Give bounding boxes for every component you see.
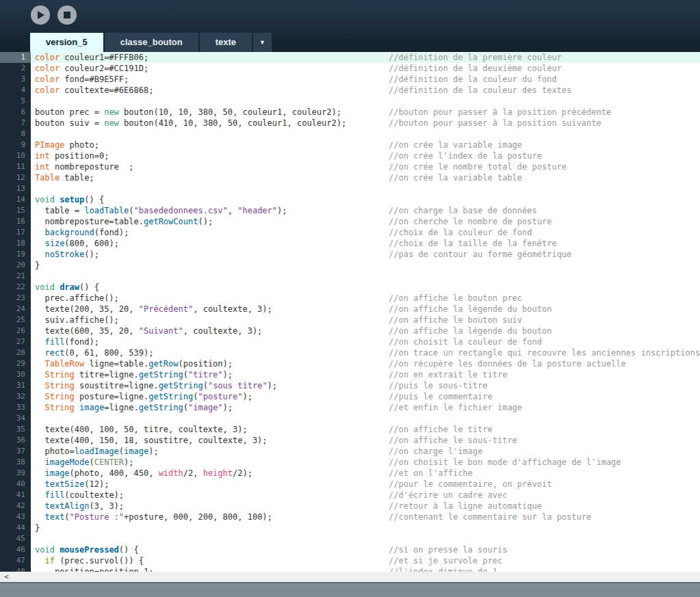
code-comment: //d'écrire un cadre avec [389, 490, 507, 501]
code-line[interactable]: 17 background(fond);//choix de la couleu… [0, 227, 700, 238]
tab-texte[interactable]: texte [200, 33, 252, 52]
line-number: 6 [0, 107, 31, 118]
code-line[interactable]: 43 text("Posture :"+posture, 000, 200, 8… [0, 512, 700, 522]
line-number: 43 [0, 512, 31, 522]
code-line[interactable]: 2color couleur2=#CC191D;//définition de … [0, 63, 700, 74]
code-line[interactable]: 46void mousePressed() {//si on presse la… [0, 544, 700, 555]
code-line[interactable]: 8 [0, 129, 700, 140]
code-line[interactable]: 34 [0, 413, 700, 424]
line-number: 39 [0, 468, 31, 479]
code-line[interactable]: 5 [0, 96, 700, 107]
code-line[interactable]: 15 table = loadTable("basededonnees.csv"… [0, 205, 700, 216]
line-number: 25 [0, 315, 31, 326]
code-text: texte(400, 100, 50, titre, coultexte, 3)… [35, 424, 248, 435]
code-line[interactable]: 28 rect(0, 61, 800, 539);//on trace un r… [0, 347, 700, 358]
run-button[interactable] [31, 5, 50, 25]
code-line[interactable]: 14void setup() { [0, 194, 700, 205]
code-comment: //on trace un rectangle qui recouvre les… [389, 347, 700, 358]
code-line[interactable]: 44} [0, 522, 700, 533]
stop-button[interactable] [57, 5, 77, 25]
code-comment: //choix de la couleur de fond [389, 227, 532, 238]
code-line[interactable]: 31 String soustitre=ligne.getString("sou… [0, 380, 700, 391]
line-number: 21 [0, 271, 31, 282]
code-line[interactable]: 23 prec.affiche();//on affiche le bouton… [0, 293, 700, 304]
line-number: 48 [0, 566, 31, 572]
code-text: } [35, 260, 40, 271]
line-number: 9 [0, 140, 31, 150]
code-line[interactable]: 26 texte(600, 35, 20, "Suivant", coultex… [0, 326, 700, 336]
line-number: 2 [0, 63, 31, 74]
code-text: bouton suiv = new bouton(410, 10, 380, 5… [35, 118, 346, 129]
line-number: 14 [0, 194, 31, 205]
code-line[interactable]: 16 nombreposture=table.getRowCount();//o… [0, 216, 700, 227]
code-text: nombreposture=table.getRowCount(); [35, 216, 213, 227]
code-comment: //on crée l'index de la posture [389, 150, 542, 161]
code-line[interactable]: 18 size(800, 600);//choix de la taille d… [0, 238, 700, 249]
code-line[interactable]: 19 noStroke();//pas de contour au forme … [0, 249, 700, 260]
code-comment: //on choisit la couleur de fond [389, 336, 542, 347]
code-text: texte(400, 150, 18, soustitre, coultexte… [35, 435, 268, 446]
line-number: 4 [0, 85, 31, 96]
code-line[interactable]: 41 fill(coultexte);//d'écrire un cadre a… [0, 490, 700, 501]
code-comment: //définition de la première couleur [389, 52, 562, 63]
line-number: 35 [0, 424, 31, 435]
code-comment: //puis le commentaire [389, 391, 493, 402]
code-text: TableRow ligne=table.getRow(position); [35, 358, 233, 369]
code-line[interactable]: 37 photo=loadImage(image);//on charge l'… [0, 446, 700, 457]
code-text: String posture=ligne.getString("posture"… [35, 391, 252, 402]
code-line[interactable]: 47 if (prec.survol()) {//et si je survol… [0, 555, 700, 566]
code-line[interactable]: 40 textSize(12);//pour le commentaire, o… [0, 479, 700, 490]
code-line[interactable]: 24 texte(200, 35, 20, "Précédent", coult… [0, 304, 700, 315]
code-line[interactable]: 9PImage photo;//on crée la variable imag… [0, 140, 700, 150]
code-line[interactable]: 35 texte(400, 100, 50, titre, coultexte,… [0, 424, 700, 435]
code-text: prec.affiche(); [35, 293, 119, 304]
tab-classe_bouton[interactable]: classe_bouton [105, 33, 198, 52]
code-comment: //on crée la variable table [389, 172, 522, 183]
code-comment: //définition de la couleur des textes [389, 85, 571, 96]
code-comment: //définition de la couleur du fond [389, 74, 557, 85]
code-line[interactable]: 39 image(photo, 400, 450, width/2, heigh… [0, 468, 700, 479]
code-line[interactable]: 36 texte(400, 150, 18, soustitre, coulte… [0, 435, 700, 446]
code-line[interactable]: 27 fill(fond);//on choisit la couleur de… [0, 336, 700, 347]
code-line[interactable]: 7bouton suiv = new bouton(410, 10, 380, … [0, 118, 700, 129]
code-line[interactable]: 33 String image=ligne.getString("image")… [0, 402, 700, 413]
tab-version_5[interactable]: version_5 [30, 33, 103, 52]
code-comment: //définition de la deuxième couleur [389, 63, 562, 74]
code-line[interactable]: 10int position=0;//on crée l'index de la… [0, 150, 700, 161]
code-comment: //on affiche la légende du bouton [389, 304, 552, 315]
code-comment: //bouton pour passer à la position suiva… [389, 118, 601, 129]
code-line[interactable]: 42 textAlign(3, 3);//retour à la ligne a… [0, 501, 700, 512]
code-editor[interactable]: 1color couleur1=#FFFB06;//définition de … [0, 52, 700, 572]
code-line[interactable]: 38 imageMode(CENTER);//on choisit le bon… [0, 457, 700, 468]
code-text: String titre=ligne.getString("titre"); [35, 369, 233, 380]
line-number: 40 [0, 479, 31, 490]
code-line[interactable]: 11int nombreposture ;//on crée le nombre… [0, 161, 700, 172]
line-number: 13 [0, 183, 31, 194]
code-line[interactable]: 12Table table;//on crée la variable tabl… [0, 172, 700, 183]
line-number: 32 [0, 391, 31, 402]
horizontal-scrollbar[interactable]: < [0, 572, 700, 582]
code-text: color couleur2=#CC191D; [35, 63, 148, 74]
line-number: 38 [0, 457, 31, 468]
code-line[interactable]: 1color couleur1=#FFFB06;//définition de … [0, 52, 700, 63]
line-number: 27 [0, 336, 31, 347]
line-number: 24 [0, 304, 31, 315]
code-line[interactable]: 48 position=position-1;//l'index diminue… [0, 566, 700, 572]
code-text: Table table; [35, 172, 94, 183]
code-comment: //puis le sous-titre [389, 380, 488, 391]
code-line[interactable]: 3color fond=#B9E5FF;//définition de la c… [0, 74, 700, 85]
code-line[interactable]: 29 TableRow ligne=table.getRow(position)… [0, 358, 700, 369]
code-line[interactable]: 25 suiv.affiche();//on affiche le bouton… [0, 315, 700, 326]
tab-menu-button[interactable]: ▼ [253, 33, 272, 52]
code-line[interactable]: 45 [0, 533, 700, 544]
code-line[interactable]: 4color coultexte=#6E6868;//définition de… [0, 85, 700, 96]
code-line[interactable]: 20} [0, 260, 700, 271]
code-line[interactable]: 30 String titre=ligne.getString("titre")… [0, 369, 700, 380]
code-line[interactable]: 13 [0, 183, 700, 194]
scroll-left-icon[interactable]: < [4, 572, 9, 582]
code-line[interactable]: 6bouton prec = new bouton(10, 10, 380, 5… [0, 107, 700, 118]
code-line[interactable]: 21 [0, 271, 700, 282]
code-line[interactable]: 32 String posture=ligne.getString("postu… [0, 391, 700, 402]
code-line[interactable]: 22void draw() { [0, 282, 700, 293]
code-comment: //on charge l'image [389, 446, 482, 457]
